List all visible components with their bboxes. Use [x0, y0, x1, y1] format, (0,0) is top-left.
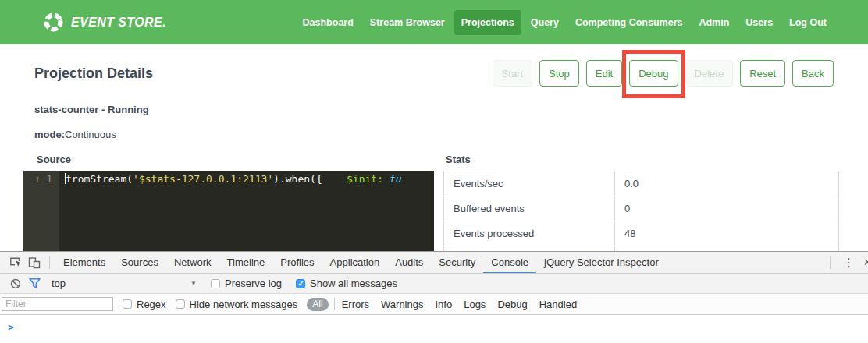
context-value: top — [52, 278, 190, 289]
devtools-menu-icon[interactable]: ⋮ — [836, 256, 862, 270]
stat-value: 0.0 — [615, 172, 838, 196]
stats-table: Events/sec 0.0 Buffered events 0 Events … — [443, 171, 839, 251]
projection-name-status: stats-counter - Running — [0, 104, 868, 115]
edit-button[interactable]: Edit — [586, 60, 622, 87]
close-devtools-icon[interactable]: ✕ — [862, 256, 868, 268]
tab-sources[interactable]: Sources — [113, 252, 166, 273]
tab-console[interactable]: Console — [483, 252, 536, 274]
nav-item-projections[interactable]: Projections — [454, 10, 521, 35]
preserve-log-checkbox[interactable]: Preserve log — [211, 278, 282, 289]
debug-button[interactable]: Debug — [629, 60, 678, 87]
nav-item-users[interactable]: Users — [738, 10, 780, 35]
main-nav: Dashboard Stream Browser Projections Que… — [296, 10, 834, 35]
tab-audits[interactable]: Audits — [387, 252, 431, 273]
action-buttons: Start Stop Edit Debug Delete Reset Back — [493, 60, 834, 87]
nav-item-competing-consumers[interactable]: Competing Consumers — [568, 10, 690, 35]
tab-timeline[interactable]: Timeline — [219, 252, 273, 273]
mode-label: mode: — [34, 129, 65, 140]
filter-level-all[interactable]: All — [307, 298, 328, 311]
checkbox[interactable] — [296, 279, 305, 288]
show-all-messages-label: Show all messages — [310, 278, 397, 289]
filter-level-handled[interactable]: Handled — [539, 299, 577, 310]
checkbox[interactable] — [211, 279, 220, 288]
source-section: Source i 1 fromStream('$stats-127.0.0.1:… — [23, 154, 434, 251]
filter-level-debug[interactable]: Debug — [497, 299, 527, 310]
devtools-panel: Elements Sources Network Timeline Profil… — [0, 251, 868, 343]
code-plain: fromStream( — [66, 173, 133, 185]
stat-value: 0 — [615, 196, 838, 221]
delete-button[interactable]: Delete — [685, 60, 734, 87]
source-heading: Source — [23, 154, 434, 165]
code-spacing — [383, 173, 390, 185]
editor-gutter: i 1 — [23, 171, 59, 251]
nav-item-query[interactable]: Query — [524, 10, 566, 35]
stat-name: Events/sec — [444, 172, 615, 196]
tab-security[interactable]: Security — [431, 252, 483, 273]
checkbox[interactable] — [176, 299, 185, 309]
gutter-info-marker: i — [34, 172, 41, 251]
console-filter-bar: Regex Hide network messages All Errors W… — [0, 294, 868, 315]
brand[interactable]: EVENT STORE. — [43, 12, 166, 33]
tab-elements[interactable]: Elements — [55, 252, 113, 273]
filter-level-warnings[interactable]: Warnings — [381, 299, 423, 310]
divider — [49, 256, 50, 269]
main-content: Projection Details Start Stop Edit Debug… — [0, 44, 868, 251]
console-prompt-icon[interactable]: > — [8, 321, 14, 333]
code-function-keyword: fu — [390, 173, 402, 185]
code-spacing — [322, 173, 347, 185]
filter-input[interactable] — [2, 297, 113, 311]
code-keyword: $init: — [347, 173, 383, 185]
nav-item-admin[interactable]: Admin — [692, 10, 736, 35]
tab-network[interactable]: Network — [166, 252, 219, 273]
code-plain: ).when({ — [273, 173, 322, 185]
code-line[interactable]: fromStream('$stats-127.0.0.1:2113').when… — [59, 171, 434, 251]
filter-icon[interactable] — [25, 274, 44, 293]
show-all-messages-checkbox[interactable]: Show all messages — [296, 278, 397, 289]
brand-title: EVENT STORE. — [71, 16, 166, 30]
clear-console-icon[interactable] — [6, 274, 25, 293]
stats-heading: Stats — [443, 154, 839, 165]
table-row: Buffered events 0 — [444, 196, 838, 221]
stats-section: Stats Events/sec 0.0 Buffered events 0 E… — [443, 154, 839, 251]
device-toolbar-icon[interactable] — [25, 253, 44, 272]
console-output[interactable]: > — [0, 315, 868, 343]
checkbox[interactable] — [123, 299, 132, 309]
divider — [830, 256, 831, 269]
projection-mode: mode:Continuous — [0, 129, 868, 140]
tab-application[interactable]: Application — [322, 252, 388, 273]
reset-button[interactable]: Reset — [740, 60, 785, 87]
preserve-log-label: Preserve log — [225, 278, 282, 289]
chevron-down-icon: ▼ — [190, 280, 197, 287]
nav-item-log-out[interactable]: Log Out — [782, 10, 834, 35]
start-button[interactable]: Start — [493, 60, 532, 87]
inspect-element-icon[interactable] — [6, 253, 25, 272]
regex-checkbox[interactable]: Regex — [123, 299, 166, 310]
filter-level-logs[interactable]: Logs — [464, 299, 486, 310]
execution-context-selector[interactable]: top ▼ — [52, 278, 197, 289]
tab-profiles[interactable]: Profiles — [272, 252, 322, 273]
stop-button[interactable]: Stop — [539, 60, 579, 87]
mode-value: Continuous — [65, 129, 116, 140]
top-nav-bar: EVENT STORE. Dashboard Stream Browser Pr… — [0, 0, 868, 44]
screen: EVENT STORE. Dashboard Stream Browser Pr… — [0, 0, 868, 343]
regex-label: Regex — [137, 299, 166, 310]
divider — [334, 298, 335, 310]
event-store-logo-icon — [43, 12, 64, 33]
back-button[interactable]: Back — [792, 60, 834, 87]
hide-network-messages-label: Hide network messages — [190, 299, 298, 310]
stat-name: Buffered events — [444, 196, 615, 221]
stat-value: 48 — [615, 221, 838, 246]
filter-level-info[interactable]: Info — [435, 299, 452, 310]
stat-name: Events processed — [444, 221, 615, 246]
console-toolbar: top ▼ Preserve log Show all messages — [0, 274, 868, 294]
code-editor[interactable]: i 1 fromStream('$stats-127.0.0.1:2113').… — [23, 171, 434, 251]
table-row: Events processed 48 — [444, 221, 838, 246]
nav-item-stream-browser[interactable]: Stream Browser — [363, 10, 452, 35]
nav-item-dashboard[interactable]: Dashboard — [296, 10, 361, 35]
filter-levels: Errors Warnings Info Logs Debug Handled — [342, 299, 577, 310]
tab-jquery-selector-inspector[interactable]: jQuery Selector Inspector — [536, 252, 667, 273]
line-number: 1 — [46, 172, 52, 251]
hide-network-messages-checkbox[interactable]: Hide network messages — [176, 299, 298, 310]
code-string: '$stats-127.0.0.1:2113' — [133, 173, 273, 185]
filter-level-errors[interactable]: Errors — [342, 299, 369, 310]
